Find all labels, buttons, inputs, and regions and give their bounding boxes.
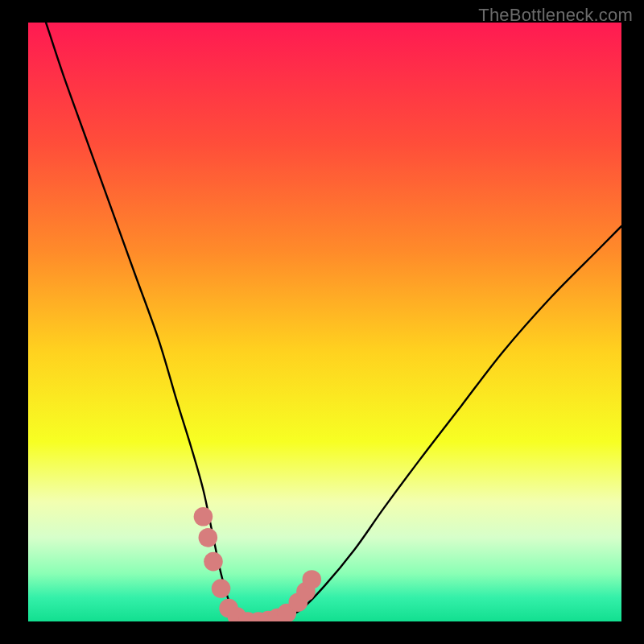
gradient-background [28, 23, 621, 621]
marker-dot [212, 579, 231, 598]
marker-dot [302, 570, 321, 589]
outer-frame: TheBottleneck.com [0, 0, 644, 644]
marker-dot [199, 528, 218, 547]
marker-dot [204, 552, 223, 572]
marker-dot [194, 507, 213, 526]
bottleneck-chart [0, 0, 644, 644]
watermark-text: TheBottleneck.com [478, 5, 633, 26]
